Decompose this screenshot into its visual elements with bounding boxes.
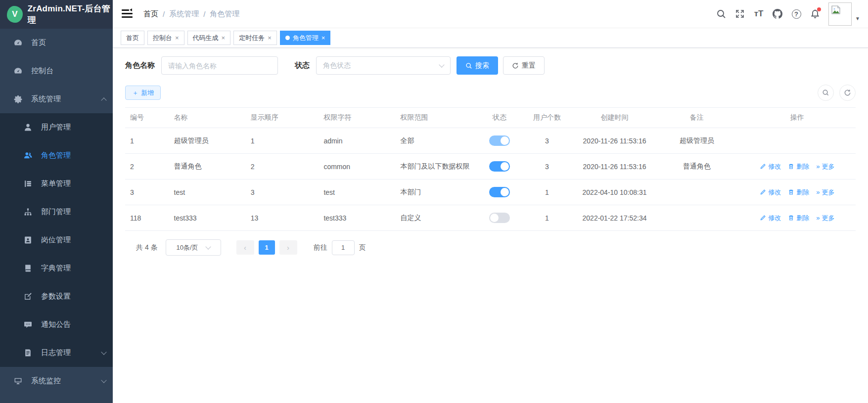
table-toolbar: ＋ 新增 (125, 85, 856, 101)
edit-link[interactable]: 修改 (760, 162, 781, 171)
table-row: 3 test 3 test 本部门 1 2022-04-10 10:08:31 … (125, 179, 856, 205)
status-toggle[interactable] (489, 135, 510, 146)
cell-actions (739, 134, 856, 148)
sidebar-item-role-management[interactable]: 角色管理 (0, 141, 113, 170)
sidebar-item-console[interactable]: 控制台 (0, 57, 113, 85)
column-header: 备注 (655, 108, 739, 128)
edit-icon (760, 163, 766, 170)
sidebar-item-user-management[interactable]: 用户管理 (0, 113, 113, 141)
sidebar-item-label: 日志管理 (41, 348, 102, 358)
goto-label: 前往 (314, 243, 327, 252)
cell-order: 3 (246, 181, 319, 204)
column-header: 状态 (479, 108, 519, 128)
sidebar-item-system-monitor[interactable]: 系统监控 (0, 367, 113, 395)
page-number-button[interactable]: 1 (259, 240, 275, 255)
sidebar-item-announcements[interactable]: 通知公告 (0, 311, 113, 339)
cell-id: 118 (125, 207, 169, 229)
tab-console[interactable]: 控制台× (147, 31, 184, 45)
chevron-down-icon (205, 244, 211, 249)
sidebar-item-dict-management[interactable]: 字典管理 (0, 254, 113, 282)
delete-link[interactable]: 删除 (788, 188, 809, 197)
logo-letter: V (12, 9, 17, 19)
next-page-button[interactable]: › (279, 240, 297, 255)
caret-down-icon[interactable]: ▼ (855, 16, 860, 21)
tab-code-generation[interactable]: 代码生成× (187, 31, 231, 45)
prev-page-button[interactable]: ‹ (236, 240, 254, 255)
cell-order: 1 (246, 130, 319, 152)
cell-created-time: 2022-01-22 17:52:34 (574, 207, 654, 229)
table-header-row: 编号 名称 显示顺序 权限字符 权限范围 状态 用户个数 创建时间 备注 操作 (125, 108, 856, 128)
status-select[interactable]: 角色状态 (316, 56, 451, 75)
sidebar-item-home[interactable]: 首页 (0, 29, 113, 57)
more-link[interactable]: »更多 (816, 214, 834, 223)
sidebar-item-label: 控制台 (31, 66, 106, 76)
double-chevron-icon: » (816, 214, 820, 222)
reset-button[interactable]: 重置 (503, 56, 545, 75)
close-icon[interactable]: × (175, 35, 179, 41)
edit-link[interactable]: 修改 (760, 214, 781, 223)
page-size-select[interactable]: 10条/页 (166, 239, 221, 256)
search-icon (465, 62, 472, 69)
close-icon[interactable]: × (222, 35, 226, 41)
app-root: V ZrAdmin.NET-后台管理 首页 控制台 系统管理 用户管理 (0, 0, 868, 403)
cell-name: 超级管理员 (169, 129, 246, 153)
more-link[interactable]: »更多 (816, 162, 834, 171)
role-name-input[interactable] (161, 56, 278, 75)
fullscreen-icon[interactable] (731, 4, 749, 24)
tab-scheduled-tasks[interactable]: 定时任务× (233, 31, 277, 45)
delete-link[interactable]: 删除 (788, 214, 809, 223)
status-toggle[interactable] (489, 161, 510, 172)
more-link[interactable]: »更多 (816, 188, 834, 197)
add-button[interactable]: ＋ 新增 (125, 86, 161, 100)
show-search-toggle-button[interactable] (818, 85, 834, 101)
logo-bar[interactable]: V ZrAdmin.NET-后台管理 (0, 0, 113, 29)
cell-name: 普通角色 (169, 155, 246, 179)
tab-home[interactable]: 首页 (121, 31, 144, 45)
chevron-up-icon (101, 97, 106, 103)
close-icon[interactable]: × (321, 35, 325, 41)
status-toggle[interactable] (489, 187, 510, 197)
avatar[interactable] (828, 2, 852, 26)
sidebar-item-log-management[interactable]: 日志管理 (0, 339, 113, 367)
sidebar-collapse-icon[interactable] (122, 9, 133, 18)
roles-table: 编号 名称 显示顺序 权限字符 权限范围 状态 用户个数 创建时间 备注 操作 … (125, 107, 856, 231)
delete-link[interactable]: 删除 (788, 162, 809, 171)
sidebar-item-label: 岗位管理 (41, 235, 106, 245)
system-submenu: 用户管理 角色管理 菜单管理 部门管理 岗位管理 (0, 113, 113, 367)
org-icon (23, 208, 32, 217)
tab-role-management[interactable]: 角色管理× (280, 31, 331, 45)
goto-page-input[interactable] (332, 240, 355, 255)
sidebar-item-label: 系统管理 (31, 94, 102, 104)
cell-remark (655, 211, 739, 225)
font-size-icon[interactable]: тT (749, 4, 768, 24)
cell-user-count: 1 (520, 207, 575, 229)
close-icon[interactable]: × (268, 35, 272, 41)
cell-id: 1 (125, 130, 169, 152)
navbar-actions: тT ? ▼ (712, 2, 861, 26)
cell-name: test333 (169, 207, 246, 229)
github-icon[interactable] (768, 4, 787, 24)
refresh-table-button[interactable] (839, 85, 856, 101)
sidebar-item-parameter-settings[interactable]: 参数设置 (0, 282, 113, 311)
sidebar-item-label: 字典管理 (41, 264, 106, 273)
sidebar-item-department-management[interactable]: 部门管理 (0, 198, 113, 226)
search-icon (822, 89, 829, 96)
app-logo-icon: V (7, 6, 23, 23)
cell-status (479, 154, 519, 179)
search-button[interactable]: 搜索 (457, 56, 498, 75)
search-icon[interactable] (712, 4, 731, 24)
help-icon[interactable]: ? (787, 4, 806, 24)
badge-icon (23, 236, 32, 245)
edit-link[interactable]: 修改 (760, 188, 781, 197)
breadcrumb-home[interactable]: 首页 (143, 9, 158, 19)
breadcrumb-level2: 角色管理 (210, 9, 239, 19)
app-title: ZrAdmin.NET-后台管理 (28, 3, 113, 26)
notification-bell-icon[interactable] (806, 4, 824, 24)
sidebar-item-system-management[interactable]: 系统管理 (0, 85, 113, 113)
users-icon (23, 151, 32, 160)
cell-id: 2 (125, 155, 169, 178)
sidebar-item-menu-management[interactable]: 菜单管理 (0, 170, 113, 198)
sidebar-item-label: 首页 (31, 38, 106, 47)
sidebar-item-post-management[interactable]: 岗位管理 (0, 226, 113, 254)
status-toggle[interactable] (489, 213, 510, 223)
